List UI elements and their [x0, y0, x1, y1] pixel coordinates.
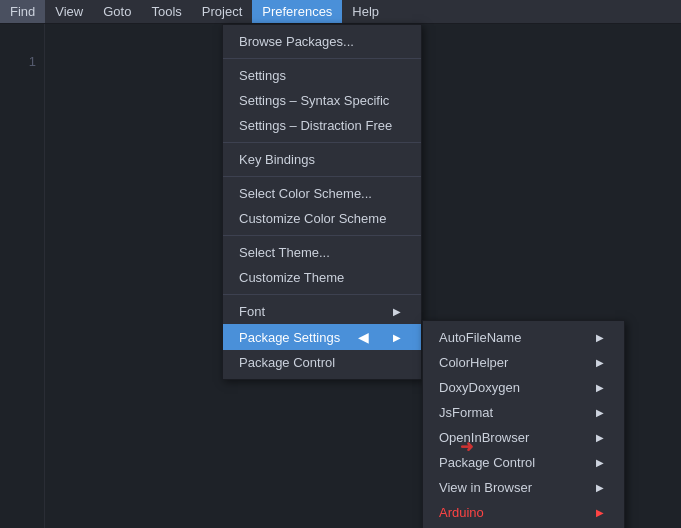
menu-goto[interactable]: Goto: [93, 0, 141, 23]
package-control-sub-item[interactable]: Package Control ▶: [423, 450, 624, 475]
arduino-item[interactable]: Arduino ▶: [423, 500, 624, 525]
menu-find[interactable]: Find: [0, 0, 45, 23]
arduino-arrow-icon: ▶: [596, 507, 604, 518]
doxydoxygen-item[interactable]: DoxyDoxygen ▶: [423, 375, 624, 400]
separator-5: [223, 294, 421, 295]
arrow-indicator: ➜: [460, 437, 473, 456]
colorhelper-arrow-icon: ▶: [596, 357, 604, 368]
font-item[interactable]: Font ▶: [223, 299, 421, 324]
separator-1: [223, 58, 421, 59]
browse-packages-item[interactable]: Browse Packages...: [223, 29, 421, 54]
package-settings-arrow-icon: ▶: [393, 332, 401, 343]
settings-syntax-item[interactable]: Settings – Syntax Specific: [223, 88, 421, 113]
line-gutter: 1: [0, 24, 45, 528]
settings-item[interactable]: Settings: [223, 63, 421, 88]
line-number-1: 1: [29, 54, 36, 69]
customize-theme-item[interactable]: Customize Theme: [223, 265, 421, 290]
customize-color-scheme-item[interactable]: Customize Color Scheme: [223, 206, 421, 231]
separator-4: [223, 235, 421, 236]
package-control-item[interactable]: Package Control: [223, 350, 421, 375]
settings-distraction-item[interactable]: Settings – Distraction Free: [223, 113, 421, 138]
package-control-sub-arrow-icon: ▶: [596, 457, 604, 468]
jsformat-item[interactable]: JsFormat ▶: [423, 400, 624, 425]
jsformat-arrow-icon: ▶: [596, 407, 604, 418]
colorhelper-item[interactable]: ColorHelper ▶: [423, 350, 624, 375]
openinbrowser-arrow-icon: ▶: [596, 432, 604, 443]
doxydoxygen-arrow-icon: ▶: [596, 382, 604, 393]
menu-preferences[interactable]: Preferences: [252, 0, 342, 23]
autofilename-arrow-icon: ▶: [596, 332, 604, 343]
select-color-scheme-item[interactable]: Select Color Scheme...: [223, 181, 421, 206]
font-arrow-icon: ▶: [393, 306, 401, 317]
separator-3: [223, 176, 421, 177]
menu-view[interactable]: View: [45, 0, 93, 23]
menubar: Find View Goto Tools Project Preferences…: [0, 0, 681, 24]
package-settings-item[interactable]: Package Settings ◀ ▶ AutoFileName ▶ Colo…: [223, 324, 421, 350]
menu-help[interactable]: Help: [342, 0, 389, 23]
autofilename-item[interactable]: AutoFileName ▶: [423, 325, 624, 350]
view-in-browser-arrow-icon: ▶: [596, 482, 604, 493]
package-settings-submenu: AutoFileName ▶ ColorHelper ▶ DoxyDoxygen…: [422, 320, 625, 528]
openinbrowser-item[interactable]: OpenInBrowser ▶: [423, 425, 624, 450]
select-theme-item[interactable]: Select Theme...: [223, 240, 421, 265]
key-bindings-item[interactable]: Key Bindings: [223, 147, 421, 172]
menu-project[interactable]: Project: [192, 0, 252, 23]
preferences-dropdown: Browse Packages... Settings Settings – S…: [222, 24, 422, 380]
view-in-browser-item[interactable]: View in Browser ▶: [423, 475, 624, 500]
cursor-icon: ◀: [358, 329, 369, 345]
separator-2: [223, 142, 421, 143]
menu-tools[interactable]: Tools: [141, 0, 191, 23]
